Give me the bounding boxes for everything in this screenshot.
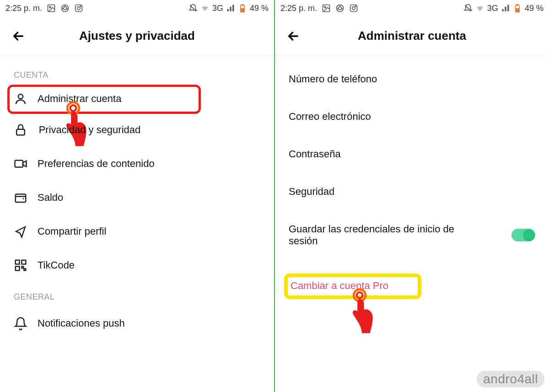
battery-icon <box>238 4 247 13</box>
tap-hand-icon <box>341 287 378 338</box>
page-title: Administrar cuenta <box>284 29 540 43</box>
menu-balance[interactable]: Saldo <box>0 181 274 215</box>
menu-password[interactable]: Contraseña <box>275 135 549 173</box>
instagram-icon <box>349 4 358 13</box>
menu-switch-pro[interactable]: Cambiar a cuenta Pro <box>275 274 549 298</box>
status-right: 3G 49 % <box>188 4 269 13</box>
wallet-icon <box>14 191 27 204</box>
svg-rect-8 <box>242 5 243 5</box>
wifi-icon <box>475 4 484 13</box>
menu-security[interactable]: Seguridad <box>275 173 549 210</box>
phone-right: 2:25 p. m. 3G 49 % Administrar cuenta <box>274 0 549 392</box>
menu-label: Preferencias de contenido <box>38 158 155 170</box>
chrome-icon <box>60 4 70 13</box>
svg-rect-20 <box>24 269 26 271</box>
menu-privacy-security[interactable]: PPrivacidad y seguridad <box>0 113 274 147</box>
menu-label: PPrivacidad y seguridad <box>38 124 140 136</box>
wifi-icon <box>200 4 210 13</box>
lock-icon <box>14 123 27 137</box>
svg-rect-30 <box>516 9 519 12</box>
status-left: 2:25 p. m. <box>5 4 83 13</box>
svg-point-27 <box>355 6 356 7</box>
svg-point-12 <box>70 105 76 111</box>
menu-label: Notificaciones push <box>38 317 125 329</box>
svg-point-6 <box>81 6 81 7</box>
svg-rect-9 <box>241 9 244 12</box>
instagram-icon <box>74 4 83 13</box>
bell-icon <box>14 317 27 330</box>
menu-content-preferences[interactable]: Preferencias de contenido <box>0 147 274 181</box>
menu-push-notifications[interactable]: Notificaciones push <box>0 306 274 340</box>
svg-point-1 <box>49 6 51 8</box>
app-header-right: Administrar cuenta <box>275 16 549 56</box>
svg-rect-29 <box>517 5 518 5</box>
svg-rect-17 <box>22 260 26 264</box>
menu-save-credentials[interactable]: Guardar las credenciales de inicio de se… <box>275 210 549 260</box>
phone-left: 2:25 p. m. 3G 49 % Ajustes y privacidad … <box>0 0 274 392</box>
svg-point-10 <box>18 94 23 99</box>
two-phone-layout: 2:25 p. m. 3G 49 % Ajustes y privacidad … <box>0 0 549 392</box>
person-icon <box>14 92 27 106</box>
bell-off-icon <box>463 4 473 13</box>
menu-label: Saldo <box>38 192 63 204</box>
menu-email[interactable]: Correo electrónico <box>275 98 549 135</box>
menu-share-profile[interactable]: Compartir perfil <box>0 215 274 248</box>
svg-rect-16 <box>16 260 20 264</box>
svg-rect-14 <box>15 161 23 167</box>
chrome-icon <box>335 4 344 13</box>
page-title: Ajustes y privacidad <box>9 29 265 43</box>
svg-point-3 <box>64 7 67 10</box>
svg-rect-19 <box>22 267 24 268</box>
menu-label: Contraseña <box>289 148 341 160</box>
status-bar: 2:25 p. m. 3G 49 % <box>275 0 549 16</box>
gallery-icon <box>47 4 56 13</box>
app-header-left: Ajustes y privacidad <box>0 16 274 56</box>
svg-rect-13 <box>16 129 25 135</box>
menu-manage-account[interactable]: Administrar cuenta <box>0 85 274 113</box>
app-body-left: CUENTA Administrar cuenta PPrivacidad y … <box>0 56 274 392</box>
svg-rect-18 <box>16 267 20 271</box>
bell-off-icon <box>188 4 198 13</box>
svg-rect-15 <box>16 194 26 203</box>
status-bar: 2:25 p. m. 3G 49 % <box>0 0 274 16</box>
section-general-label: GENERAL <box>0 282 274 306</box>
menu-label: Número de teléfono <box>289 73 377 85</box>
video-icon <box>14 157 27 171</box>
menu-phone-number[interactable]: Número de teléfono <box>275 60 549 98</box>
svg-point-22 <box>324 6 326 8</box>
svg-point-5 <box>77 7 81 10</box>
svg-point-24 <box>339 7 342 10</box>
qrcode-icon <box>14 258 27 272</box>
watermark: andro4all <box>477 371 544 387</box>
signal-icon <box>501 4 510 13</box>
battery-percent: 49 % <box>250 4 269 13</box>
section-account-label: CUENTA <box>0 60 274 85</box>
status-time: 2:25 p. m. <box>5 4 42 13</box>
status-time: 2:25 p. m. <box>280 4 317 13</box>
battery-icon <box>513 4 522 13</box>
battery-percent: 49 % <box>525 4 544 13</box>
menu-label: Seguridad <box>289 186 334 198</box>
svg-point-26 <box>352 7 355 10</box>
gallery-icon <box>322 4 331 13</box>
status-right: 3G 49 % <box>463 4 544 13</box>
toggle-save-credentials[interactable] <box>511 229 535 242</box>
menu-tikcode[interactable]: TikCode <box>0 248 274 282</box>
menu-label: Guardar las credenciales de inicio de se… <box>289 223 472 247</box>
signal-icon <box>226 4 235 13</box>
menu-label: Correo electrónico <box>289 111 371 123</box>
menu-label: Compartir perfil <box>38 226 106 237</box>
status-left: 2:25 p. m. <box>280 4 358 13</box>
share-icon <box>14 225 27 238</box>
svg-point-32 <box>357 292 363 298</box>
menu-label: TikCode <box>38 259 75 271</box>
network-type: 3G <box>212 4 223 13</box>
network-type: 3G <box>487 4 498 13</box>
app-body-right: Número de teléfono Correo electrónico Co… <box>275 56 549 392</box>
